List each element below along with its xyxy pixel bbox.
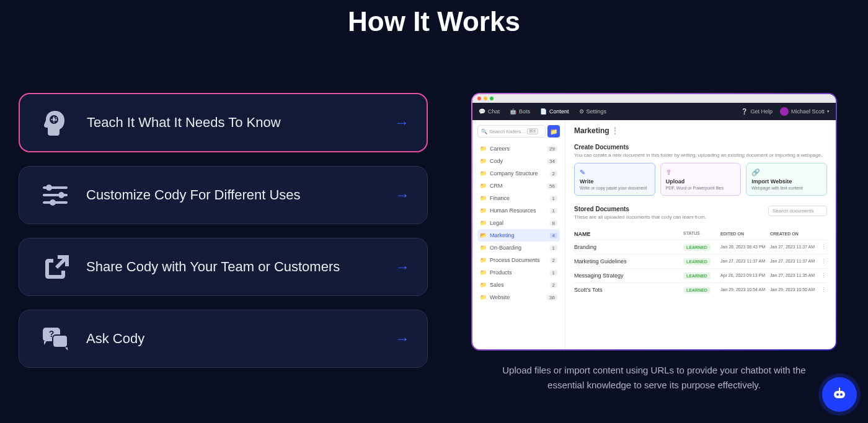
tab-label: Chat bbox=[488, 108, 500, 115]
help-icon: ❔ bbox=[741, 108, 748, 115]
card-desc: Webpage with text content bbox=[751, 186, 822, 190]
folder-name: Sales bbox=[490, 282, 550, 288]
folder-icon: 📁 bbox=[480, 146, 487, 152]
created-date: Jan 27, 2023 11:37 AM bbox=[770, 258, 820, 264]
user-menu[interactable]: Michael Scott▾ bbox=[780, 107, 830, 116]
folder-name: Process Documents bbox=[490, 257, 550, 263]
sidebar-folder-item[interactable]: 📁Human Resources1 bbox=[477, 204, 560, 217]
stored-heading: Stored Documents bbox=[574, 206, 768, 212]
th-edited: EDITED ON bbox=[720, 231, 770, 237]
share-icon bbox=[37, 252, 73, 282]
browser-chrome bbox=[472, 94, 836, 103]
svg-point-13 bbox=[840, 393, 843, 396]
folder-count: 2 bbox=[550, 282, 557, 288]
preview-caption: Upload files or import content using URL… bbox=[471, 351, 837, 393]
tab-bots[interactable]: 🤖Bots bbox=[510, 108, 530, 115]
folder-icon: 📁 bbox=[480, 282, 487, 288]
folder-count: 1 bbox=[550, 245, 557, 251]
chat-widget-button[interactable] bbox=[822, 377, 857, 412]
table-row[interactable]: Messaging StrategyLEARNEDApr 26, 2023 09… bbox=[574, 268, 827, 282]
sidebar-folder-item[interactable]: 📂Marketing4 bbox=[477, 229, 560, 242]
folder-sidebar: 🔍 Search folders... ⌘K 📁 📁Careers29📁Cody… bbox=[472, 120, 565, 349]
sidebar-folder-item[interactable]: 📁On-Boarding1 bbox=[477, 242, 560, 254]
kebab-icon[interactable]: ⋮ bbox=[820, 287, 827, 293]
step-customize[interactable]: Customize Cody For Different Uses → bbox=[19, 166, 428, 224]
sidebar-folder-item[interactable]: 📁Website36 bbox=[477, 291, 560, 303]
edited-date: Jan 28, 2023 08:43 PM bbox=[720, 244, 770, 250]
sidebar-folder-item[interactable]: 📁Company Structure2 bbox=[477, 167, 560, 180]
create-sub: You can create a new document in this fo… bbox=[574, 152, 827, 158]
status-badge: LEARNED bbox=[683, 287, 711, 294]
help-link[interactable]: ❔Get Help bbox=[741, 108, 773, 115]
search-docs-input[interactable]: Search documents bbox=[768, 206, 827, 216]
table-row[interactable]: BrandingLEARNEDJan 28, 2023 08:43 PMJan … bbox=[574, 240, 827, 254]
folder-name: Careers bbox=[490, 146, 547, 152]
sidebar-folder-item[interactable]: 📁Products1 bbox=[477, 266, 560, 279]
chat-bot-icon bbox=[831, 386, 848, 403]
search-input[interactable]: 🔍 Search folders... ⌘K bbox=[477, 125, 546, 137]
tab-label: Settings bbox=[587, 108, 607, 115]
folder-count: 2 bbox=[550, 171, 557, 177]
tab-settings[interactable]: ⚙Settings bbox=[579, 108, 607, 115]
traffic-green-icon bbox=[490, 97, 494, 100]
arrow-right-icon: → bbox=[395, 258, 410, 276]
kebab-icon[interactable]: ⋮ bbox=[820, 258, 827, 264]
sidebar-folder-item[interactable]: 📁Careers29 bbox=[477, 142, 560, 155]
folder-icon: 📁 bbox=[480, 269, 487, 276]
write-card[interactable]: ✎ Write Write or copy paste your documen… bbox=[574, 163, 655, 196]
stored-sub: These are all uploaded documents that co… bbox=[574, 214, 768, 220]
traffic-red-icon bbox=[477, 97, 481, 100]
preview-column: 💬Chat 🤖Bots 📄Content ⚙Settings ❔Get Help… bbox=[428, 62, 849, 393]
folder-name: Marketing bbox=[490, 232, 550, 238]
kbd-shortcut: ⌘K bbox=[527, 128, 538, 134]
sidebar-folder-item[interactable]: 📁Process Documents2 bbox=[477, 254, 560, 266]
card-desc: PDF, Word or Powerpoint files bbox=[666, 186, 736, 190]
step-ask[interactable]: ? Ask Cody → bbox=[19, 310, 428, 368]
folder-name: On-Boarding bbox=[490, 245, 550, 251]
folder-name: Products bbox=[490, 269, 550, 276]
folder-icon: 📁 bbox=[480, 195, 487, 201]
kebab-icon[interactable]: ⋮ bbox=[820, 273, 827, 279]
gear-icon: ⚙ bbox=[579, 108, 584, 115]
sidebar-folder-item[interactable]: 📁CRM56 bbox=[477, 180, 560, 192]
doc-name: Marketing Guidelines bbox=[574, 258, 683, 264]
folder-name: CRM bbox=[490, 183, 547, 189]
status-badge: LEARNED bbox=[683, 258, 711, 265]
status-badge: LEARNED bbox=[683, 244, 711, 251]
avatar bbox=[780, 107, 789, 116]
folder-count: 36 bbox=[547, 295, 557, 300]
step-share[interactable]: Share Cody with Your Team or Customers → bbox=[19, 238, 428, 296]
arrow-right-icon: → bbox=[394, 114, 409, 131]
sidebar-folder-item[interactable]: 📁Legal8 bbox=[477, 217, 560, 229]
brain-gear-icon bbox=[37, 108, 73, 137]
doc-name: Branding bbox=[574, 244, 683, 250]
tab-content[interactable]: 📄Content bbox=[540, 108, 569, 115]
upload-card[interactable]: ⇪ Upload PDF, Word or Powerpoint files bbox=[660, 163, 742, 196]
app-screenshot: 💬Chat 🤖Bots 📄Content ⚙Settings ❔Get Help… bbox=[472, 94, 836, 349]
svg-point-1 bbox=[53, 118, 56, 121]
upload-icon: ⇪ bbox=[666, 168, 736, 177]
import-card[interactable]: 🔗 Import Website Webpage with text conte… bbox=[746, 163, 827, 196]
create-heading: Create Documents bbox=[574, 144, 827, 150]
svg-point-7 bbox=[50, 199, 56, 206]
tab-label: Bots bbox=[519, 108, 530, 115]
table-row[interactable]: Marketing GuidelinesLEARNEDJan 27, 2023 … bbox=[574, 254, 827, 268]
pen-icon: ✎ bbox=[580, 168, 650, 177]
svg-rect-14 bbox=[839, 388, 840, 391]
folder-icon: 📁 bbox=[480, 170, 487, 177]
step-teach[interactable]: Teach It What It Needs To Know → bbox=[19, 93, 428, 152]
svg-point-5 bbox=[58, 192, 64, 198]
sidebar-folder-item[interactable]: 📁Finance1 bbox=[477, 192, 560, 204]
sidebar-folder-item[interactable]: 📁Cody34 bbox=[477, 155, 560, 167]
new-folder-button[interactable]: 📁 bbox=[547, 125, 560, 137]
folder-count: 8 bbox=[550, 220, 557, 226]
sidebar-folder-item[interactable]: 📁Sales2 bbox=[477, 279, 560, 291]
kebab-icon[interactable]: ⋮ bbox=[611, 126, 619, 135]
tab-chat[interactable]: 💬Chat bbox=[479, 108, 500, 115]
edited-date: Jan 29, 2023 10:54 AM bbox=[720, 287, 770, 292]
card-desc: Write or copy paste your document bbox=[580, 186, 650, 190]
table-row[interactable]: Scott's TotsLEARNEDJan 29, 2023 10:54 AM… bbox=[574, 282, 827, 297]
chat-icon: 💬 bbox=[479, 108, 485, 115]
folder-name: Human Resources bbox=[490, 207, 550, 214]
kebab-icon[interactable]: ⋮ bbox=[820, 244, 827, 250]
